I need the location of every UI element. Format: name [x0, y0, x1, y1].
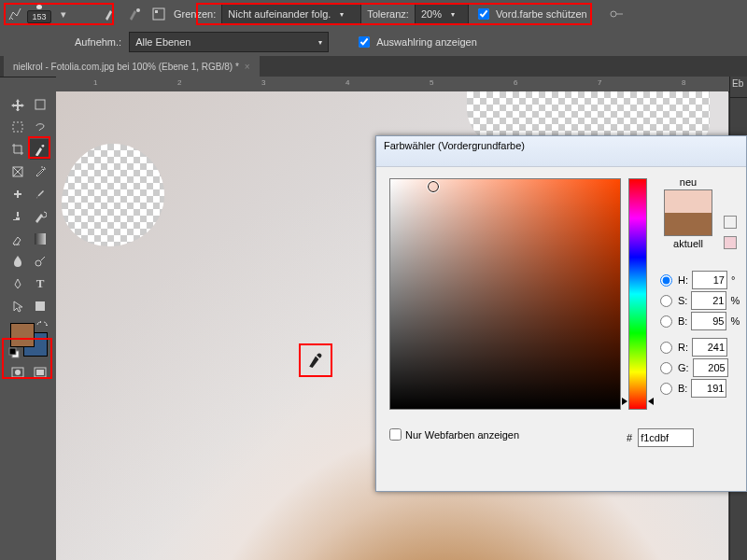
radio-s[interactable]	[660, 295, 672, 307]
toolbox: T	[5, 91, 55, 385]
gradient-tool[interactable]	[30, 229, 50, 249]
brush-size[interactable]: 153	[27, 10, 51, 23]
document-tab-title: nielkrol - Fotolia.com.jpg bei 100% (Ebe…	[13, 62, 239, 72]
label-g: G:	[678, 362, 689, 373]
erased-area	[62, 144, 164, 246]
document-tab[interactable]: nielkrol - Fotolia.com.jpg bei 100% (Ebe…	[4, 56, 260, 77]
radio-g[interactable]	[660, 362, 672, 374]
radio-b[interactable]	[660, 315, 672, 328]
marquee-tool[interactable]	[7, 117, 28, 137]
protect-fg-check[interactable]	[478, 8, 489, 20]
grenzen-value: Nicht aufeinander folg.	[228, 8, 331, 20]
ruler-tick: 5	[430, 78, 433, 87]
tool-preset-icon[interactable]	[6, 5, 24, 23]
unit-deg: °	[731, 274, 735, 286]
websafe-swatch[interactable]	[724, 236, 737, 249]
radio-h[interactable]	[660, 274, 672, 287]
frame-tool[interactable]	[7, 161, 28, 182]
sampling-swatch-icon[interactable]	[149, 5, 168, 23]
ruler-tick: 4	[345, 78, 349, 87]
protect-fg-label: Vord.farbe schützen	[496, 8, 587, 20]
move-tool[interactable]	[7, 94, 28, 115]
history-brush-tool[interactable]	[30, 206, 50, 227]
panel-tab[interactable]: Eb	[730, 77, 747, 98]
unit-pct: %	[730, 315, 740, 327]
grenzen-dropdown[interactable]: Nicht aufeinander folg.▾	[221, 4, 361, 24]
field-h[interactable]	[692, 271, 727, 289]
path-select-tool[interactable]	[7, 296, 28, 316]
brush-tool[interactable]	[30, 184, 50, 204]
brush-dropdown-icon[interactable]: ▾	[54, 5, 73, 23]
brush-preview[interactable]: 153	[30, 5, 49, 23]
default-colors-icon[interactable]	[8, 347, 20, 358]
ruler-horizontal: 1 2 3 4 5 6 7 8	[56, 77, 747, 92]
field-bb[interactable]	[691, 379, 726, 398]
new-color	[665, 190, 712, 213]
label-h: H:	[678, 274, 688, 286]
svg-rect-11	[35, 301, 45, 311]
swap-icon[interactable]	[36, 321, 48, 332]
field-b[interactable]	[691, 312, 726, 330]
current-color[interactable]	[665, 213, 712, 235]
dodge-tool[interactable]	[30, 251, 50, 272]
grenzen-label: Grenzen:	[174, 8, 216, 20]
field-s[interactable]	[691, 291, 726, 310]
eyedropper-tool[interactable]	[30, 139, 50, 160]
type-tool[interactable]: T	[30, 273, 50, 294]
tablet-pressure-icon[interactable]	[608, 5, 627, 23]
fg-bg-swatches[interactable]	[7, 321, 51, 358]
gamut-warning-icon[interactable]	[724, 216, 737, 229]
crop-tool[interactable]	[7, 139, 28, 160]
svg-rect-2	[155, 10, 158, 13]
web-only-check[interactable]	[389, 428, 402, 441]
label-bb: B:	[678, 383, 687, 394]
show-ring-check[interactable]	[359, 36, 370, 48]
color-picker-dialog: Farbwähler (Vordergrundfarbe) neu aktuel…	[375, 135, 747, 492]
screenmode-tool[interactable]	[30, 362, 50, 383]
protect-fg-checkbox[interactable]: Vord.farbe schützen	[474, 6, 587, 22]
web-only-checkbox[interactable]: Nur Webfarben anzeigen	[389, 428, 519, 441]
toleranz-value: 20%	[421, 8, 442, 20]
field-r[interactable]	[692, 338, 727, 357]
ruler-tick: 6	[514, 78, 517, 87]
label-b: B:	[678, 315, 687, 327]
options-bar-2: Aufnehm.: Alle Ebenen▾ Auswahlring anzei…	[0, 28, 747, 57]
sampling-continuous-icon[interactable]	[101, 5, 120, 23]
radio-r[interactable]	[660, 342, 672, 354]
shape-tool[interactable]	[30, 296, 50, 316]
preview-box	[664, 189, 712, 236]
wand-tool[interactable]	[30, 161, 50, 182]
hue-slider[interactable]	[628, 178, 647, 410]
lasso-tool[interactable]	[30, 117, 50, 137]
ruler-tick: 2	[177, 78, 181, 87]
new-current-preview: neu aktuell	[660, 176, 716, 249]
svg-rect-13	[9, 348, 16, 355]
color-ring[interactable]	[428, 181, 439, 192]
stamp-tool[interactable]	[7, 206, 28, 227]
hue-indicator[interactable]	[624, 398, 652, 405]
field-g[interactable]	[693, 358, 728, 377]
heal-tool[interactable]	[7, 184, 28, 204]
fg-swatch[interactable]	[10, 323, 35, 347]
artboard-tool[interactable]	[30, 94, 50, 115]
close-icon[interactable]: ×	[245, 62, 250, 72]
hex-field[interactable]	[638, 428, 694, 447]
svg-point-3	[611, 11, 616, 17]
new-label: neu	[660, 176, 716, 188]
quickmask-tool[interactable]	[7, 362, 28, 383]
bg-eraser-tool[interactable]	[7, 229, 28, 249]
svg-point-15	[15, 370, 21, 375]
sampling-once-icon[interactable]	[125, 5, 144, 23]
svg-rect-5	[13, 122, 22, 132]
pen-tool[interactable]	[7, 273, 28, 294]
web-only-label: Nur Webfarben anzeigen	[405, 429, 519, 441]
aufnehm-dropdown[interactable]: Alle Ebenen▾	[129, 32, 329, 52]
radio-bb[interactable]	[660, 383, 672, 395]
toleranz-field[interactable]: 20%▾	[415, 4, 469, 24]
saturation-value-field[interactable]	[389, 178, 621, 410]
blur-tool[interactable]	[7, 251, 28, 272]
document-tab-bar: nielkrol - Fotolia.com.jpg bei 100% (Ebe…	[0, 56, 747, 77]
unit-pct: %	[730, 295, 740, 306]
show-ring-checkbox[interactable]: Auswahlring anzeigen	[355, 34, 477, 50]
svg-rect-4	[35, 100, 45, 109]
